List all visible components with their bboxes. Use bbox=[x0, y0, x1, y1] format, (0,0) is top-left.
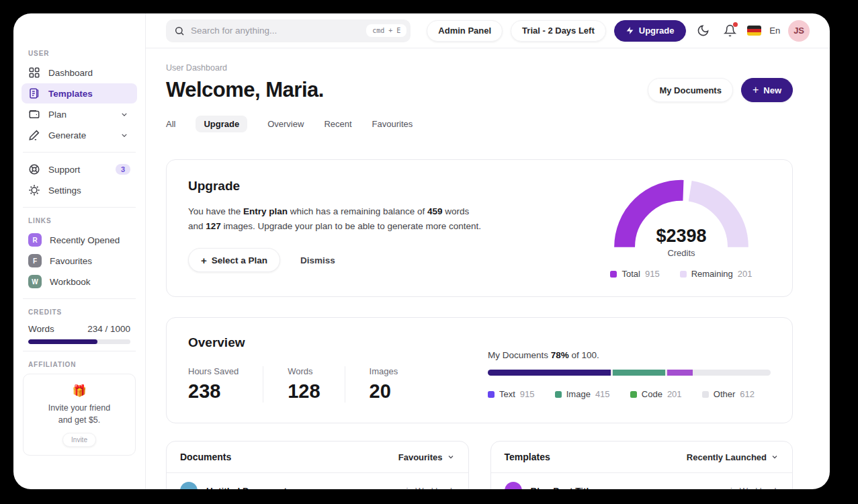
tab-recent[interactable]: Recent bbox=[324, 116, 351, 132]
sidebar-item-support[interactable]: Support 3 bbox=[22, 159, 137, 179]
tab-upgrade[interactable]: Upgrade bbox=[196, 116, 247, 132]
sidebar-link-recently-opened[interactable]: R Recently Opened bbox=[22, 230, 137, 250]
legend-swatch bbox=[680, 271, 687, 278]
sidebar-link-label: Recently Opened bbox=[50, 235, 130, 245]
upgrade-card-title: Upgrade bbox=[188, 179, 484, 194]
sidebar: USER Dashboard Templates Plan Generate S… bbox=[13, 13, 146, 489]
search-shortcut-chip: cmd + E bbox=[366, 24, 406, 37]
sidebar-item-label: Dashboard bbox=[48, 68, 130, 78]
document-avatar bbox=[180, 482, 198, 489]
document-list-item[interactable]: Untitled Document in Workbook bbox=[167, 473, 468, 489]
bar-segment-image bbox=[613, 370, 665, 376]
stat-images: Images 20 bbox=[345, 366, 423, 403]
select-plan-button[interactable]: + Select a Plan bbox=[188, 248, 280, 272]
document-name: Untitled Document bbox=[206, 486, 397, 490]
sidebar-divider bbox=[23, 207, 136, 208]
stacked-bar-chart bbox=[488, 370, 771, 376]
sidebar-item-settings[interactable]: Settings bbox=[22, 180, 137, 200]
tab-bar: All Upgrade Overview Recent Favourites bbox=[166, 116, 793, 132]
legend-item-total: Total 915 bbox=[610, 269, 659, 279]
chevron-down-icon bbox=[771, 453, 779, 461]
sidebar-item-label: Templates bbox=[48, 89, 130, 99]
gauge-label: Credits bbox=[607, 248, 755, 258]
sidebar-link-favourites[interactable]: F Favourites bbox=[22, 251, 137, 271]
chevron-down-icon bbox=[118, 131, 130, 140]
credits-progress-track bbox=[28, 339, 130, 344]
sidebar-item-label: Settings bbox=[48, 185, 130, 196]
sidebar-item-label: Support bbox=[48, 165, 108, 175]
language-label[interactable]: En bbox=[769, 26, 780, 36]
sidebar-item-generate[interactable]: Generate bbox=[22, 125, 137, 145]
template-avatar bbox=[505, 482, 522, 489]
legend-swatch bbox=[702, 391, 709, 398]
title-row: Welcome, Maria. My Documents + New bbox=[166, 78, 793, 102]
wallet-icon bbox=[28, 108, 40, 120]
tab-overview[interactable]: Overview bbox=[267, 116, 304, 132]
template-list-item[interactable]: Blog Post Title in Workbook bbox=[491, 473, 793, 489]
sidebar-section-credits: CREDITS bbox=[28, 308, 130, 316]
search-bar[interactable]: cmd + E bbox=[166, 19, 411, 42]
user-avatar[interactable]: JS bbox=[788, 20, 810, 42]
tab-all[interactable]: All bbox=[166, 116, 175, 132]
templates-document-icon bbox=[28, 87, 40, 99]
sidebar-section-links: LINKS bbox=[28, 217, 130, 224]
invite-text: Invite your friend and get $5. bbox=[30, 402, 128, 426]
gauge-legend: Total 915 Remaining 201 bbox=[597, 269, 765, 279]
templates-filter-dropdown[interactable]: Recently Launched bbox=[687, 452, 779, 462]
credits-words-row: Words 234 / 1000 bbox=[22, 321, 137, 339]
legend-item-image: Image 415 bbox=[555, 389, 610, 399]
bottom-cards-row: Documents Favourites Untitled Document i… bbox=[166, 441, 793, 489]
sidebar-item-label: Plan bbox=[48, 110, 110, 120]
admin-panel-button[interactable]: Admin Panel bbox=[427, 20, 503, 42]
topbar: cmd + E Admin Panel Trial - 2 Days Left … bbox=[146, 13, 830, 48]
notification-dot bbox=[733, 22, 738, 27]
search-input[interactable] bbox=[191, 26, 360, 36]
trial-days-left-button[interactable]: Trial - 2 Days Left bbox=[511, 20, 606, 42]
gauge-chart: $2398 Credits bbox=[607, 179, 755, 258]
link-letter-avatar: R bbox=[28, 233, 42, 247]
chevron-down-icon bbox=[447, 453, 455, 461]
tab-favourites[interactable]: Favourites bbox=[372, 116, 413, 132]
lightning-bolt-icon bbox=[626, 26, 634, 35]
plus-icon: + bbox=[201, 255, 207, 266]
my-documents-button[interactable]: My Documents bbox=[648, 78, 732, 102]
dismiss-button[interactable]: Dismiss bbox=[300, 255, 335, 265]
notifications-button[interactable] bbox=[720, 22, 739, 40]
sidebar-link-label: Favourites bbox=[50, 256, 130, 266]
documents-progress-label: My Documents 78% of 100. bbox=[488, 350, 771, 360]
credits-gauge: $2398 Credits Total 915 Remaining bbox=[597, 179, 765, 279]
documents-filter-dropdown[interactable]: Favourites bbox=[398, 452, 455, 462]
legend-swatch bbox=[630, 391, 637, 398]
chevron-down-icon bbox=[118, 110, 130, 119]
sidebar-section-user: USER bbox=[28, 50, 130, 57]
templates-card-header: Templates Recently Launched bbox=[491, 442, 793, 473]
upgrade-button[interactable]: Upgrade bbox=[614, 20, 686, 42]
credits-words-label: Words bbox=[28, 324, 54, 334]
sidebar-section-affiliation: AFFILIATION bbox=[28, 361, 130, 368]
gauge-center-text: $2398 Credits bbox=[607, 226, 755, 258]
sidebar-item-label: Generate bbox=[48, 130, 110, 140]
legend-swatch bbox=[488, 391, 495, 398]
page-title: Welcome, Maria. bbox=[166, 78, 648, 102]
link-letter-avatar: F bbox=[28, 254, 42, 267]
sidebar-item-templates[interactable]: Templates bbox=[22, 83, 137, 103]
upgrade-card-actions: + Select a Plan Dismiss bbox=[188, 248, 484, 272]
documents-card-header: Documents Favourites bbox=[167, 442, 468, 473]
legend-swatch bbox=[555, 391, 562, 398]
stacked-bar-legend: Text 915 Image 415 Code 201 bbox=[488, 389, 771, 399]
legend-item-other: Other 612 bbox=[702, 389, 755, 399]
search-icon bbox=[174, 26, 185, 36]
app-window: USER Dashboard Templates Plan Generate S… bbox=[13, 13, 830, 489]
new-button[interactable]: + New bbox=[741, 78, 793, 102]
dark-mode-toggle[interactable] bbox=[694, 22, 713, 40]
breadcrumb: User Dashboard bbox=[166, 63, 793, 73]
legend-item-text: Text 915 bbox=[488, 389, 535, 399]
sidebar-item-plan[interactable]: Plan bbox=[22, 104, 137, 124]
legend-item-code: Code 201 bbox=[630, 389, 682, 399]
sidebar-link-workbook[interactable]: W Workbook bbox=[22, 271, 137, 292]
overview-stats: Hours Saved 238 Words 128 Images 20 bbox=[188, 366, 450, 403]
sidebar-item-dashboard[interactable]: Dashboard bbox=[22, 62, 137, 83]
invite-button[interactable]: Invite bbox=[62, 433, 96, 447]
german-flag-icon[interactable] bbox=[747, 26, 761, 36]
upgrade-card: Upgrade You have the Entry plan which ha… bbox=[166, 159, 793, 297]
